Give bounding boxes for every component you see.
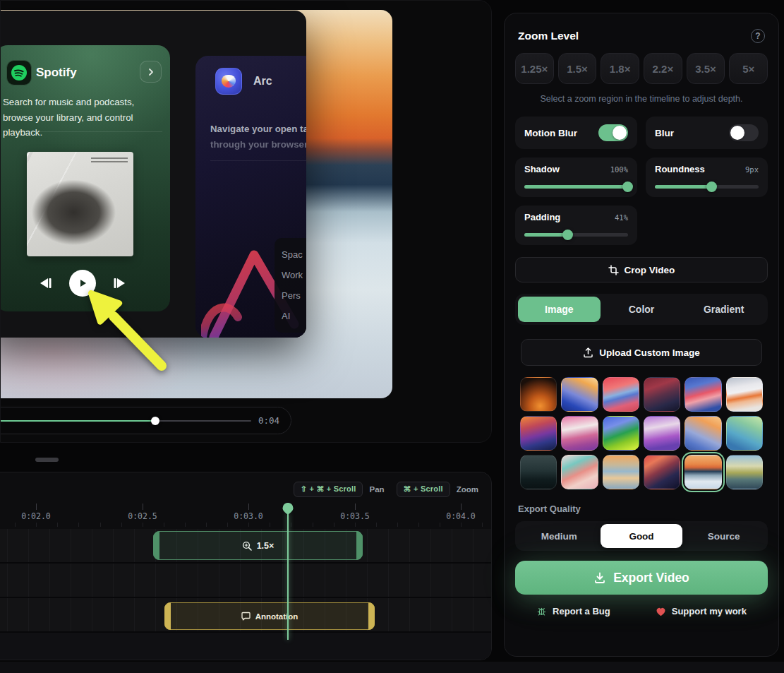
quality-medium[interactable]: Medium [518,524,601,548]
progress-handle[interactable] [151,417,159,425]
sliders-grid: Shadow 100% Roundness 9px [515,157,768,245]
ruler-minor-ticks [0,523,492,527]
menu-item-personal[interactable]: Pers [282,285,306,306]
zoom-btn-2-2x[interactable]: 2.2× [644,53,682,84]
wallpaper-thumbnail[interactable] [561,377,598,412]
annotation-right-handle[interactable] [368,602,375,630]
wallpaper-thumbnail[interactable] [520,455,557,489]
zoom-btn-1-8x[interactable]: 1.8× [601,53,639,84]
export-quality-segmented: Medium Good Source [515,521,768,551]
wallpaper-thumbnail[interactable] [685,416,721,451]
arc-description-line1: Navigate your open tabs [210,121,306,137]
ruler-label: 0:02.0 [21,511,51,521]
support-label: Support my work [672,606,747,617]
shadow-value: 100% [610,165,628,174]
tab-image[interactable]: Image [518,297,601,322]
roundness-slider-card: Roundness 9px [646,157,768,197]
padding-value: 41% [615,213,628,222]
zoom-btn-1-5x[interactable]: 1.5× [558,53,597,84]
wallpaper-thumbnail[interactable] [726,455,763,489]
wallpaper-thumbnail[interactable] [520,416,557,451]
video-preview-panel: Spotify Search for music and podcasts, b… [0,0,492,443]
arc-card-title: Arc [253,75,272,88]
zoom-block-left-handle[interactable] [153,531,159,560]
zoom-block-right-handle[interactable] [356,531,363,560]
menu-item-work[interactable]: Work [282,265,306,285]
tab-color[interactable]: Color [601,297,683,322]
zoom-btn-1-25x[interactable]: 1.25× [515,53,554,84]
roundness-slider-knob[interactable] [706,181,717,192]
wallpaper-thumbnail-selected[interactable] [685,455,721,489]
zoom-shortcut-badge: ⌘ + Scroll [397,482,450,497]
help-icon[interactable]: ? [751,29,765,43]
export-quality-label: Export Quality [518,504,765,514]
roundness-value: 9px [745,165,759,174]
previous-track-button[interactable] [38,277,54,290]
blur-toggle[interactable] [729,124,759,141]
crop-video-button[interactable]: Crop Video [515,257,768,282]
bug-icon [536,606,547,617]
quality-good[interactable]: Good [601,524,683,548]
wallpaper-thumbnail[interactable] [644,377,680,412]
crop-video-label: Crop Video [625,265,675,275]
report-bug-label: Report a Bug [553,606,610,617]
zoom-btn-3-5x[interactable]: 3.5× [687,53,725,84]
crop-icon [608,265,619,275]
wallpaper-thumbnail[interactable] [603,416,639,451]
clip-track[interactable] [0,564,492,597]
progress-track[interactable] [0,417,251,425]
zoom-caption: Select a zoom region in the timeline to … [515,94,768,104]
wallpaper-thumbnail[interactable] [561,455,598,489]
wallpaper-thumbnail[interactable] [644,416,680,451]
shadow-label: Shadow [524,164,560,174]
annotation-block[interactable]: Annotation [164,602,375,630]
speech-bubble-icon [241,612,251,621]
wallpaper-thumbnail[interactable] [685,377,721,412]
zoom-region-block[interactable]: 1.5× [153,531,363,560]
toggle-knob [613,126,627,140]
pan-shortcut-badge: ⇧ + ⌘ + Scroll [294,482,363,497]
menu-item-spaces[interactable]: Spac [282,244,306,265]
ruler-label: 0:02.5 [128,511,157,521]
spotify-card[interactable]: Spotify Search for music and podcasts, b… [0,45,170,311]
upload-custom-image-button[interactable]: Upload Custom Image [521,339,762,366]
shadow-slider[interactable] [524,181,628,192]
ruler-tick [355,504,356,510]
quality-source[interactable]: Source [682,524,765,548]
padding-slider[interactable] [524,230,628,240]
spotify-open-button[interactable] [140,61,162,83]
wallpaper-thumbnail[interactable] [603,377,639,412]
blur-label: Blur [655,128,674,138]
menu-item-ai[interactable]: AI [282,306,306,326]
arrow-annotation [78,283,184,382]
zoom-btn-5x[interactable]: 5× [729,53,768,84]
playhead-line[interactable] [287,513,289,640]
arc-description-line2: through your browser hi [210,137,306,153]
shadow-slider-knob[interactable] [622,181,633,192]
arc-app-icon [215,68,242,95]
wallpaper-thumbnail[interactable] [726,416,763,451]
report-bug-link[interactable]: Report a Bug [536,606,610,617]
wallpaper-thumbnail[interactable] [726,377,763,412]
wallpaper-thumbnail[interactable] [561,416,598,451]
roundness-label: Roundness [655,164,705,174]
progress-elapsed [0,420,157,422]
export-video-button[interactable]: Export Video [515,561,768,595]
zoom-level-buttons: 1.25× 1.5× 1.8× 2.2× 3.5× 5× [515,53,768,84]
motion-blur-toggle[interactable] [598,124,628,141]
arc-card-description: Navigate your open tabs through your bro… [210,121,306,153]
toggle-knob [730,126,744,140]
pan-shortcut-label: Pan [369,485,384,494]
wallpaper-thumbnail[interactable] [520,377,557,412]
playback-progress-bar[interactable]: 0:04 [0,407,291,434]
padding-slider-knob[interactable] [562,230,573,240]
timeline-resize-handle[interactable] [35,458,59,462]
wallpaper-thumbnail[interactable] [644,455,680,489]
browser-spaces-menu: Spac Work Pers AI [275,238,306,333]
annotation-left-handle[interactable] [164,602,171,630]
wallpaper-thumbnail[interactable] [603,455,639,489]
tab-gradient[interactable]: Gradient [682,297,765,322]
roundness-slider[interactable] [655,181,759,192]
timeline-bottom-area [0,631,492,660]
support-link[interactable]: Support my work [656,606,747,617]
